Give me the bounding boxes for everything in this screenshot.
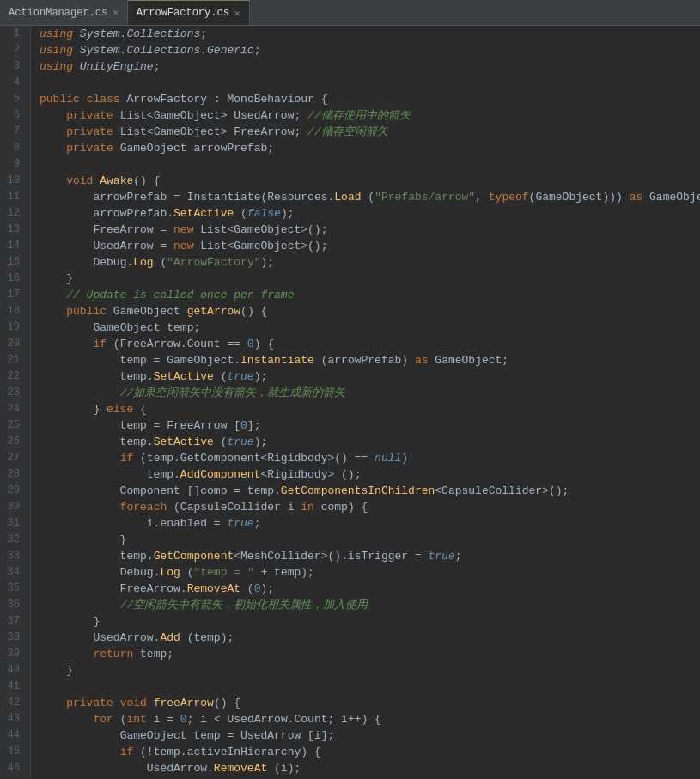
line-number: 31: [0, 515, 25, 532]
code-token: class: [87, 93, 120, 106]
code-line: arrowPrefab.SetActive (false);: [40, 205, 700, 222]
line-number: 15: [0, 254, 25, 271]
code-token: (: [362, 191, 375, 204]
code-token: (: [240, 582, 254, 595]
code-token: null: [374, 452, 401, 465]
code-token: );: [260, 582, 274, 595]
line-number: 26: [0, 434, 25, 450]
code-token: [40, 321, 93, 334]
code-line: void Awake() {: [40, 173, 700, 189]
line-number: 39: [0, 646, 25, 662]
code-token: temp =: [40, 354, 167, 367]
close-icon[interactable]: ✕: [113, 7, 119, 18]
line-numbers: 1234567891011121314151617181920212223242…: [0, 26, 31, 779]
code-token: SetActive: [154, 435, 214, 448]
line-number: 40: [0, 662, 25, 679]
line-number: 5: [0, 91, 25, 107]
code-token: Log: [133, 256, 153, 269]
code-token: Instantiate: [240, 354, 314, 367]
code-line: }: [40, 271, 700, 287]
code-line: private List<GameObject> UsedArrow; //储存…: [40, 107, 700, 124]
line-number: 7: [0, 124, 25, 140]
line-number: 12: [0, 205, 25, 222]
line-number: 36: [0, 597, 25, 613]
code-token: return: [93, 648, 133, 660]
line-number: 24: [0, 401, 25, 417]
line-number: 4: [0, 75, 25, 91]
code-token: true: [429, 550, 455, 563]
code-token: as: [415, 354, 429, 367]
line-number: 13: [0, 222, 25, 238]
code-token: GetComponent: [154, 550, 234, 563]
code-token: else: [107, 403, 133, 416]
code-token: ;: [502, 354, 508, 367]
tab-arrowfactory[interactable]: ArrowFactory.cs ✕: [128, 0, 250, 25]
code-token: () {: [240, 305, 267, 318]
line-number: 37: [0, 613, 25, 630]
code-token: [113, 697, 120, 709]
code-token: "temp = ": [193, 566, 253, 579]
code-token: [40, 256, 93, 269]
code-line: private List<GameObject> FreeArrow; //储存…: [40, 124, 700, 140]
code-line: UsedArrow.RemoveAt (i);: [40, 760, 700, 776]
code-token: [40, 599, 120, 612]
code-token: public: [40, 93, 80, 106]
code-token: + temp);: [254, 566, 314, 579]
code-line: for (int i = 0; i < UsedArrow.Count; i++…: [40, 711, 700, 727]
line-number: 14: [0, 238, 25, 254]
code-line: foreach (CapsuleCollider i in comp) {: [40, 499, 700, 515]
code-token: //储存使用中的箭矢: [307, 109, 411, 122]
code-token: void: [66, 174, 93, 187]
code-token: using: [40, 27, 73, 40]
code-token: [40, 109, 66, 122]
code-token: ) {: [254, 338, 274, 350]
code-token: :: [207, 93, 227, 106]
code-token: using: [40, 44, 73, 57]
code-token: List<: [193, 223, 234, 236]
code-token: ): [401, 452, 408, 465]
code-token: {: [133, 403, 147, 416]
code-token: );: [254, 370, 268, 383]
code-token: ;: [254, 44, 261, 57]
code-token: [107, 305, 113, 318]
code-token: temp;: [133, 648, 173, 660]
code-token: Debug: [120, 566, 154, 579]
code-line: temp = GameObject.Instantiate (arrowPref…: [40, 352, 700, 368]
code-token: [73, 60, 80, 73]
line-number: 28: [0, 466, 25, 483]
close-icon[interactable]: ✕: [234, 8, 240, 19]
code-line: temp.AddComponent<Rigidbody> ();: [40, 466, 700, 483]
code-token: RemoveAt: [187, 582, 240, 595]
line-number: 9: [0, 156, 25, 173]
code-token: () {: [133, 174, 160, 187]
code-token: Add: [160, 631, 180, 644]
code-token: if: [93, 338, 107, 350]
line-number: 45: [0, 744, 25, 760]
code-token: comp) {: [314, 501, 368, 514]
code-token: [40, 697, 66, 709]
code-token: (temp.GetComponent<Rigidbody>() ==: [133, 452, 374, 465]
code-token: private: [66, 125, 113, 138]
code-token: }: [40, 272, 73, 285]
code-token: Load: [334, 191, 361, 204]
code-token: temp.: [40, 370, 154, 383]
code-token: in: [301, 501, 314, 514]
code-line: using System.Collections;: [40, 26, 700, 42]
line-number: 2: [0, 42, 25, 58]
code-token: GameObject: [535, 191, 602, 204]
code-token: GameObject: [234, 240, 301, 253]
code-token: private: [66, 109, 113, 122]
code-line: } else {: [40, 401, 700, 417]
code-token: [40, 305, 66, 318]
code-token: i: [281, 501, 301, 514]
code-token: (FreeArrow.Count ==: [107, 338, 247, 350]
code-token: List<GameObject> FreeArrow;: [113, 125, 307, 138]
tab-label: ArrowFactory.cs: [137, 7, 229, 19]
code-token: Awake: [100, 174, 133, 187]
line-number: 22: [0, 368, 25, 385]
line-number: 16: [0, 271, 25, 287]
code-token: [180, 305, 187, 318]
tab-actionmanager[interactable]: ActionManager.cs ✕: [0, 0, 128, 25]
line-number: 11: [0, 189, 25, 205]
code-token: public: [66, 305, 107, 318]
